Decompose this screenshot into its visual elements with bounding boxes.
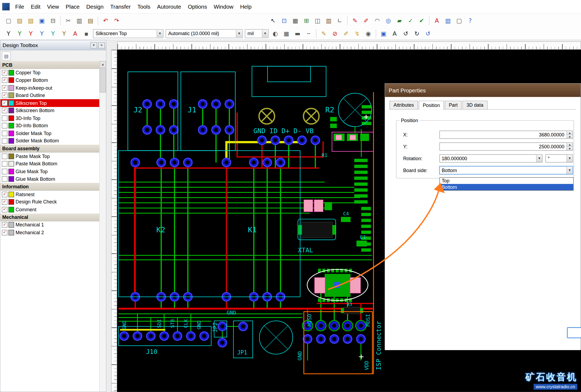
- connection-icon[interactable]: ✓: [405, 15, 416, 26]
- rotation-combo[interactable]: 180.000000 ▼: [440, 154, 543, 162]
- layer-visibility-checkbox[interactable]: [2, 115, 8, 121]
- macro-icon[interactable]: ▥: [443, 15, 453, 26]
- filter-top-icon[interactable]: Y: [14, 28, 25, 39]
- layer-color-swatch[interactable]: [9, 130, 14, 136]
- filter-vias-icon[interactable]: Y: [48, 28, 58, 39]
- menu-help[interactable]: Help: [237, 0, 255, 13]
- place-via-icon[interactable]: ◎: [383, 15, 393, 26]
- filter-all-icon[interactable]: Y: [3, 28, 14, 39]
- layer-row-paste-mask-bottom[interactable]: Paste Mask Bottom: [0, 160, 100, 167]
- layer-color-swatch[interactable]: [9, 207, 14, 212]
- tab-part[interactable]: Part: [445, 101, 462, 110]
- layer-row-board-outline[interactable]: ✓Board Outline: [0, 92, 100, 99]
- partial-button[interactable]: [567, 327, 581, 338]
- rotate-cw-icon[interactable]: ↻: [412, 28, 422, 39]
- layer-color-swatch[interactable]: [9, 93, 14, 98]
- copper-area-icon[interactable]: ▰: [394, 15, 405, 26]
- layer-color-swatch[interactable]: [9, 169, 14, 174]
- grid-icon[interactable]: ▦: [290, 15, 301, 26]
- layer-visibility-checkbox[interactable]: ✓: [2, 100, 8, 106]
- help-icon[interactable]: ?: [465, 15, 475, 26]
- layer-color-swatch[interactable]: [9, 85, 14, 91]
- layer-visibility-checkbox[interactable]: [2, 176, 8, 182]
- place-arc-icon[interactable]: ◠: [372, 15, 382, 26]
- show-net-icon[interactable]: ◉: [363, 28, 374, 39]
- layer-row-glue-mask-bottom[interactable]: Glue Mask Bottom: [0, 175, 100, 183]
- design-review-icon[interactable]: ▥: [323, 15, 334, 26]
- tab-3d-data[interactable]: 3D data: [463, 101, 488, 110]
- layer-visibility-checkbox[interactable]: ✓: [2, 207, 8, 212]
- layer-color-swatch[interactable]: [9, 78, 14, 83]
- layer-row-glue-mask-top[interactable]: Glue Mask Top: [0, 168, 100, 175]
- close-icon[interactable]: ×: [98, 42, 105, 48]
- filter-active-icon[interactable]: Y: [59, 28, 69, 39]
- layer-row-copper-top[interactable]: ✓Copper Top: [0, 69, 100, 76]
- layers-filter-icon[interactable]: ▤: [2, 51, 11, 60]
- dash-style-icon[interactable]: ╌: [303, 28, 314, 39]
- chevron-down-icon[interactable]: ▼: [536, 155, 542, 162]
- layer-color-swatch[interactable]: [9, 192, 14, 197]
- board-side-combo[interactable]: Bottom ▼: [440, 166, 573, 174]
- measure-icon[interactable]: ∟: [335, 15, 345, 26]
- layer-row-mechanical-2[interactable]: ✓Mechanical 2: [0, 229, 100, 236]
- x-spinner-down-icon[interactable]: ▼: [567, 135, 573, 138]
- y-spinner-down-icon[interactable]: ▼: [567, 147, 573, 150]
- chevron-down-icon[interactable]: ▼: [157, 30, 163, 37]
- pan-icon[interactable]: ⊡: [279, 15, 289, 26]
- scrollbar-thumb[interactable]: [100, 68, 106, 92]
- layer-row-3d-info-bottom[interactable]: 3D-Info Bottom: [0, 122, 100, 129]
- layer-visibility-checkbox[interactable]: ✓: [2, 85, 8, 91]
- tab-attributes[interactable]: Attributes: [389, 101, 418, 110]
- scroll-up-icon[interactable]: ▲: [100, 61, 106, 68]
- layer-row-paste-mask-top[interactable]: Paste Mask Top: [0, 152, 100, 160]
- menu-design[interactable]: Design: [83, 0, 107, 13]
- birdseye-icon[interactable]: ◫: [312, 15, 323, 26]
- layer-visibility-checkbox[interactable]: [2, 130, 8, 136]
- layer-visibility-checkbox[interactable]: ✓: [2, 78, 8, 83]
- menu-edit[interactable]: Edit: [28, 0, 44, 13]
- cut-icon[interactable]: ✂: [63, 15, 73, 26]
- filter-text-icon[interactable]: A: [70, 28, 80, 39]
- layer-row-silkscreen-top[interactable]: ✓Silkscreen Top: [0, 99, 100, 107]
- layer-row-ratsnest[interactable]: ✓Ratsnest: [0, 190, 100, 198]
- edit-trace-icon[interactable]: ✐: [341, 28, 351, 39]
- layer-visibility-checkbox[interactable]: ✓: [2, 230, 8, 235]
- place-line-icon[interactable]: ✎: [350, 15, 360, 26]
- menu-autoroute[interactable]: Autoroute: [154, 0, 184, 13]
- text-tool-icon[interactable]: A: [432, 15, 442, 26]
- menu-window[interactable]: Window: [210, 0, 237, 13]
- active-layer-combo[interactable]: Silkscreen Top ▼: [93, 29, 163, 38]
- layer-row-solder-mask-bottom[interactable]: Solder Mask Bottom: [0, 137, 100, 145]
- y-input[interactable]: 2500.00000 ▲▼: [440, 142, 573, 150]
- layer-color-swatch[interactable]: [9, 123, 14, 129]
- layer-visibility-checkbox[interactable]: ✓: [2, 192, 8, 197]
- panel-menu-icon[interactable]: ▾: [90, 42, 97, 48]
- layer-visibility-checkbox[interactable]: [2, 153, 8, 159]
- section-header-mechanical[interactable]: Mechanical: [0, 213, 100, 221]
- layer-row-3d-info-top[interactable]: 3D-Info Top: [0, 114, 100, 122]
- option-bottom[interactable]: Bottom: [440, 184, 573, 190]
- chevron-down-icon[interactable]: ▼: [236, 30, 242, 37]
- layer-color-swatch[interactable]: [9, 222, 14, 228]
- layer-visibility-checkbox[interactable]: [2, 161, 8, 167]
- menu-file[interactable]: File: [12, 0, 28, 13]
- layer-color-swatch[interactable]: [9, 176, 14, 182]
- layer-color-swatch[interactable]: [9, 161, 14, 167]
- layer-visibility-checkbox[interactable]: ✓: [2, 108, 8, 113]
- open-file-icon[interactable]: ▨: [14, 15, 25, 26]
- highlight-icon[interactable]: ✎: [319, 28, 329, 39]
- layer-color-swatch[interactable]: [9, 153, 14, 159]
- menu-transfer[interactable]: Transfer: [107, 0, 134, 13]
- remove-route-icon[interactable]: ⊘: [330, 28, 340, 39]
- undo-icon[interactable]: ↶: [100, 15, 111, 26]
- menu-view[interactable]: View: [44, 0, 62, 13]
- new-file-icon[interactable]: ▢: [3, 15, 14, 26]
- layer-visibility-checkbox[interactable]: ✓: [2, 222, 8, 228]
- paste-icon[interactable]: ▤: [85, 15, 95, 26]
- orbit-icon[interactable]: ↺: [423, 28, 433, 39]
- filter-pairs-icon[interactable]: Y: [37, 28, 47, 39]
- text-edit-icon[interactable]: A: [389, 28, 400, 39]
- layer-row-silkscreen-bottom[interactable]: ✓Silkscreen Bottom: [0, 107, 100, 114]
- layer-visibility-checkbox[interactable]: [2, 123, 8, 129]
- tab-position[interactable]: Position: [419, 101, 444, 110]
